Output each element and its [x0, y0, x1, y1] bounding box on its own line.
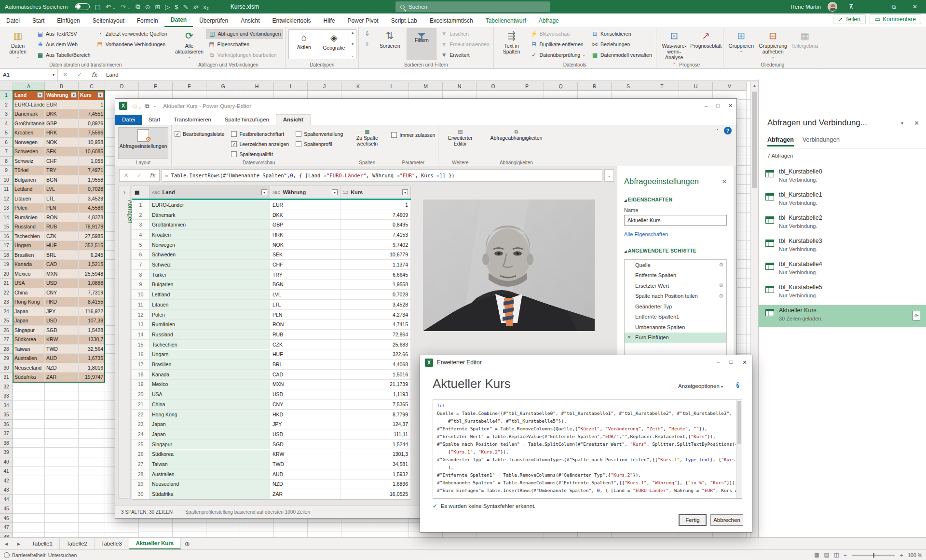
- ribbon-item-erweitert[interactable]: ▼Erweitert: [438, 50, 491, 60]
- cell-B11[interactable]: LVL: [45, 185, 79, 194]
- pq-qat-more-icon[interactable]: ⌄: [153, 104, 157, 108]
- save-icon[interactable]: ▤: [95, 3, 100, 11]
- cell-C20[interactable]: 25,5948: [79, 269, 105, 279]
- pq-cell[interactable]: 25,683: [340, 340, 411, 350]
- ink-icon[interactable]: ✎: [183, 3, 188, 11]
- pq-cell[interactable]: USD: [270, 429, 340, 440]
- column-header-T[interactable]: T: [645, 82, 679, 91]
- gallery-item-geografie[interactable]: ◈Geografie: [319, 30, 349, 59]
- row-header-32[interactable]: 32: [0, 382, 13, 392]
- cell-A4[interactable]: Großbritannien: [13, 119, 45, 129]
- ribbon-button-daten-abrufen[interactable]: ▥Daten abrufen⌄: [3, 28, 33, 60]
- cell-C7[interactable]: 10,6085: [79, 147, 105, 157]
- cell-C1[interactable]: Kurs▼: [79, 91, 105, 100]
- cell-B22[interactable]: CNY: [45, 288, 79, 298]
- pq-tab-datei[interactable]: Datei: [115, 115, 142, 125]
- step-settings-gear-icon[interactable]: ⚙: [719, 282, 723, 289]
- row-header-38[interactable]: 38: [0, 439, 13, 448]
- pq-cell[interactable]: NOK: [270, 240, 340, 250]
- ribbon-item-sort-za-icon[interactable]: ⇧: [362, 40, 373, 49]
- pq-table-menu-icon[interactable]: ▦: [135, 189, 139, 196]
- column-header-A[interactable]: A: [13, 82, 45, 91]
- cell-B35[interactable]: [45, 410, 79, 420]
- ribbon-item-zuletzt-verwendete-quellen[interactable]: ◔Zuletzt verwendete Quellen: [95, 29, 169, 39]
- cell-C10[interactable]: 1,9558: [79, 175, 105, 185]
- tab-entwicklertools[interactable]: Entwicklertools: [266, 15, 317, 27]
- cell-C24[interactable]: 116,922: [79, 307, 105, 317]
- row-header-37[interactable]: 37: [0, 429, 13, 439]
- pq-maximize-button[interactable]: □: [716, 103, 720, 109]
- cell-A17[interactable]: Ungarn: [13, 241, 45, 251]
- query-settings-close-icon[interactable]: ✕: [722, 178, 727, 185]
- cell-C19[interactable]: 1,5215: [79, 260, 105, 269]
- cell-A43[interactable]: [13, 485, 45, 495]
- tab-start[interactable]: Start: [26, 15, 51, 27]
- gallery-item-aktien[interactable]: ⌂Aktien: [289, 30, 319, 59]
- cell-C8[interactable]: 1,055: [79, 157, 105, 166]
- pq-confirm-icon[interactable]: ✓: [136, 172, 141, 179]
- cell-A37[interactable]: [13, 429, 45, 439]
- cell-A44[interactable]: [13, 495, 45, 505]
- applied-step-geänderter-typ[interactable]: Geänderter Typ: [625, 301, 726, 312]
- cell-C42[interactable]: [79, 476, 105, 486]
- superscript-icon[interactable]: x²: [193, 3, 198, 11]
- cell-B4[interactable]: GBP: [45, 119, 79, 129]
- applied-step-entfernte-spalten1[interactable]: Entfernte Spalten1: [625, 312, 726, 322]
- pq-cell[interactable]: 1: [340, 200, 411, 210]
- pq-data-grid[interactable]: ▦ABCLand▼ABCWährung▼1.2Kurs▼1EURO-Länder…: [132, 186, 410, 500]
- table-tool-icon[interactable]: ⊞: [155, 3, 160, 11]
- cell-B19[interactable]: CAD: [45, 260, 79, 269]
- pq-checkbox-immer-zulassen[interactable]: Immer zulassen: [391, 130, 435, 139]
- pq-help-icon[interactable]: ?: [724, 127, 732, 134]
- pq-cell[interactable]: EURO-Länder: [150, 200, 270, 210]
- restore-button[interactable]: ⧉: [886, 3, 901, 10]
- row-header-24[interactable]: 24: [0, 307, 13, 317]
- row-header-35[interactable]: 35: [0, 410, 13, 420]
- cell-C21[interactable]: 1,0888: [79, 279, 105, 288]
- row-header-13[interactable]: 13: [0, 203, 13, 213]
- autosave-toggle[interactable]: [75, 3, 90, 10]
- row-header-46[interactable]: 46: [0, 514, 13, 523]
- cell-C38[interactable]: [79, 439, 105, 448]
- tab-excelstammtisch[interactable]: Excelstammtisch: [423, 15, 479, 27]
- cell-C44[interactable]: [79, 495, 105, 505]
- pq-filter-icon[interactable]: ▼: [332, 189, 338, 195]
- cell-C25[interactable]: 107,38: [79, 316, 105, 326]
- pq-column-header-währung[interactable]: ABCWährung▼: [270, 186, 340, 199]
- ribbon-button-alle-aktualisieren[interactable]: ⟳Alle aktualisieren⌄: [174, 28, 204, 60]
- cell-B1[interactable]: Währung▼: [45, 91, 79, 100]
- tab-hilfe[interactable]: Hilfe: [317, 15, 341, 27]
- cell-A32[interactable]: [13, 382, 45, 392]
- cell-B36[interactable]: [45, 420, 79, 429]
- cell-C3[interactable]: 7,4551: [79, 109, 105, 119]
- pq-cell[interactable]: Südafrika: [150, 489, 270, 499]
- cell-B2[interactable]: EUR: [45, 100, 79, 110]
- cell-C46[interactable]: [79, 514, 105, 523]
- pq-cell[interactable]: 72,864: [340, 330, 411, 340]
- row-header-8[interactable]: 8: [0, 157, 13, 166]
- ribbon-item-duplikate-entfernen[interactable]: ⊟Duplikate entfernen: [529, 40, 587, 49]
- cell-A39[interactable]: [13, 448, 45, 457]
- column-header-C[interactable]: C: [79, 82, 105, 91]
- row-header-22[interactable]: 22: [0, 288, 13, 298]
- pq-cell[interactable]: Südkorea: [150, 450, 270, 460]
- pq-cell[interactable]: DKK: [270, 210, 340, 220]
- pq-cell[interactable]: USA: [150, 389, 270, 400]
- column-header-Q[interactable]: Q: [544, 82, 578, 91]
- row-header-16[interactable]: 16: [0, 232, 13, 241]
- cell-B8[interactable]: CHF: [45, 157, 79, 166]
- row-header-39[interactable]: 39: [0, 448, 13, 457]
- cell-A35[interactable]: [13, 410, 45, 420]
- cell-A12[interactable]: Litauen: [13, 194, 45, 204]
- gallery-more-icon[interactable]: ⌄: [351, 54, 354, 58]
- cell-A47[interactable]: [13, 523, 45, 533]
- row-header-7[interactable]: 7: [0, 147, 13, 157]
- pq-cell[interactable]: Neuseeland: [150, 480, 270, 490]
- pq-minimize-button[interactable]: –: [705, 103, 708, 109]
- column-header-D[interactable]: D: [105, 82, 139, 91]
- pq-cell[interactable]: 4,2734: [340, 310, 411, 320]
- cell-A22[interactable]: China: [13, 288, 45, 298]
- pq-cell[interactable]: HKD: [270, 410, 340, 420]
- row-header-30[interactable]: 30: [0, 363, 13, 373]
- cell-A36[interactable]: [13, 420, 45, 429]
